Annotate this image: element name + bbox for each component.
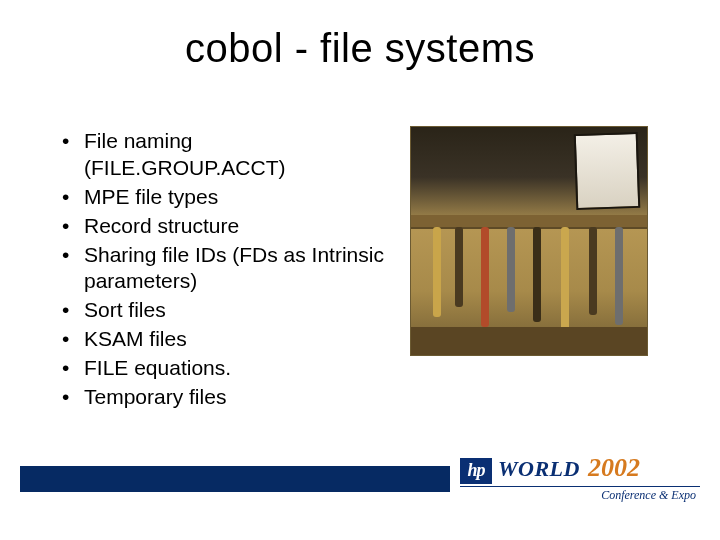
footer: hp WORLD 2002 Conference & Expo	[20, 452, 700, 504]
bullet-item: Temporary files	[62, 384, 392, 411]
slide: cobol - file systems File naming (FILE.G…	[0, 0, 720, 540]
photo-portrait-frame	[574, 132, 641, 210]
logo-world-text: WORLD	[498, 456, 580, 482]
photo-tool	[589, 227, 597, 315]
logo-tagline: Conference & Expo	[460, 486, 700, 503]
footer-logo: hp WORLD 2002 Conference & Expo	[460, 446, 700, 510]
slide-title: cobol - file systems	[0, 26, 720, 71]
photo-bench	[411, 327, 647, 356]
slide-image	[410, 126, 648, 356]
photo-shelf	[411, 215, 647, 227]
bullet-item: FILE equations.	[62, 355, 392, 382]
photo-tool	[481, 227, 489, 327]
bullet-list: File naming (FILE.GROUP.ACCT) MPE file t…	[62, 128, 392, 413]
hp-logo-icon: hp	[460, 458, 492, 484]
bullet-item: Sharing file IDs (FDs as Intrinsic param…	[62, 242, 392, 296]
photo-tool	[615, 227, 623, 325]
photo-tool	[533, 227, 541, 322]
bullet-item: File naming (FILE.GROUP.ACCT)	[62, 128, 392, 182]
footer-bar	[20, 466, 450, 492]
photo-tool	[507, 227, 515, 312]
photo-tool	[433, 227, 441, 317]
bullet-item: Record structure	[62, 213, 392, 240]
logo-top-row: hp WORLD 2002	[460, 453, 640, 485]
photo-tool	[561, 227, 569, 332]
bullet-item: KSAM files	[62, 326, 392, 353]
photo-tool	[455, 227, 463, 307]
logo-year-text: 2002	[588, 453, 640, 483]
bullet-item: MPE file types	[62, 184, 392, 211]
bullet-item: Sort files	[62, 297, 392, 324]
